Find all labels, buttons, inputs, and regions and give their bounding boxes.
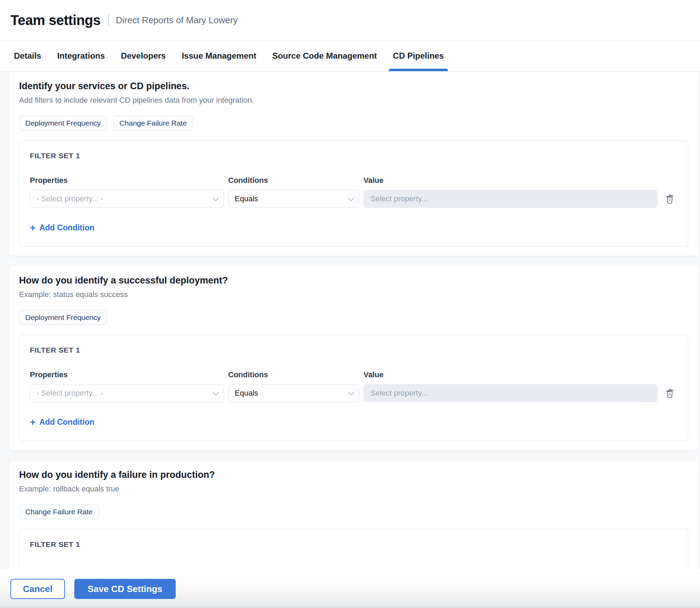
property-select-placeholder: - Select property... - (36, 389, 103, 398)
delete-condition-button[interactable] (662, 192, 677, 206)
metric-chip-row: Change Failure Rate (19, 505, 688, 519)
condition-select-value: Equals (235, 194, 258, 203)
conditions-label: Conditions (228, 370, 359, 379)
trash-icon (665, 193, 675, 205)
filter-set-title: FILTER SET 1 (30, 152, 677, 160)
section-description: Example: status equals success (19, 290, 688, 299)
section-heading: Identify your services or CD pipelines. (19, 81, 688, 92)
plus-icon: + (30, 419, 35, 426)
add-condition-label: Add Condition (39, 223, 94, 233)
value-input[interactable] (364, 190, 658, 208)
page-title: Team settings (10, 12, 101, 28)
metric-chip-row: Deployment Frequency Change Failure Rate (19, 116, 688, 130)
conditions-label: Conditions (228, 176, 359, 185)
section-successful-deployment: How do you identify a successful deploym… (9, 266, 699, 450)
chip-deployment-frequency[interactable]: Deployment Frequency (19, 116, 107, 130)
settings-tab-bar: Details Integrations Developers Issue Ma… (0, 41, 700, 71)
properties-label: Properties (30, 176, 224, 185)
property-select[interactable]: - Select property... - (30, 190, 224, 208)
section-description: Add filters to include relevant CD pipel… (19, 96, 688, 105)
page-subtitle: Direct Reports of Mary Lowery (116, 15, 238, 26)
chip-change-failure-rate[interactable]: Change Failure Rate (113, 116, 193, 130)
trash-icon (665, 387, 675, 399)
cancel-button[interactable]: Cancel (10, 579, 65, 599)
chevron-down-icon (348, 389, 354, 395)
cd-pipelines-panel: Identify your services or CD pipelines. … (0, 71, 700, 597)
section-heading: How do you identify a failure in product… (19, 470, 688, 480)
filter-set-card: FILTER SET 1 Properties Conditions Value… (19, 335, 688, 441)
action-footer: Cancel Save CD Settings (0, 569, 700, 608)
save-cd-settings-button[interactable]: Save CD Settings (74, 579, 175, 599)
add-condition-button[interactable]: + Add Condition (30, 223, 94, 233)
add-condition-label: Add Condition (39, 417, 94, 427)
tab-developers[interactable]: Developers (121, 41, 166, 71)
property-select-placeholder: - Select property... - (36, 194, 103, 203)
tab-source-code-management[interactable]: Source Code Management (272, 41, 377, 71)
section-description: Example: rollback equals true (19, 484, 688, 493)
plus-icon: + (30, 225, 35, 231)
filter-set-title: FILTER SET 1 (30, 540, 677, 549)
chip-deployment-frequency[interactable]: Deployment Frequency (19, 310, 107, 325)
tab-issue-management[interactable]: Issue Management (182, 41, 256, 71)
section-identify-services: Identify your services or CD pipelines. … (9, 72, 699, 256)
filter-set-title: FILTER SET 1 (30, 346, 677, 354)
filter-condition-row: - Select property... - Equals (30, 384, 677, 402)
add-condition-button[interactable]: + Add Condition (30, 417, 94, 427)
chip-change-failure-rate[interactable]: Change Failure Rate (19, 505, 99, 519)
delete-condition-button[interactable] (662, 386, 677, 400)
filter-set-card: FILTER SET 1 Properties Conditions Value… (19, 140, 688, 247)
filter-condition-row: - Select property... - Equals (30, 190, 677, 208)
condition-select[interactable]: Equals (228, 384, 359, 402)
chevron-down-icon (212, 195, 219, 201)
tab-details[interactable]: Details (14, 41, 41, 71)
chevron-down-icon (212, 389, 219, 395)
tab-integrations[interactable]: Integrations (57, 41, 105, 71)
condition-select-value: Equals (235, 389, 258, 398)
section-heading: How do you identify a successful deploym… (19, 275, 688, 286)
metric-chip-row: Deployment Frequency (19, 310, 688, 325)
value-label: Value (364, 176, 658, 185)
condition-select[interactable]: Equals (228, 190, 359, 208)
value-label: Value (364, 370, 658, 379)
page-header: Team settings Direct Reports of Mary Low… (0, 0, 700, 41)
chevron-down-icon (348, 195, 354, 201)
tab-cd-pipelines[interactable]: CD Pipelines (393, 41, 444, 71)
filter-column-labels: Properties Conditions Value (30, 370, 677, 379)
filter-column-labels: Properties Conditions Value (30, 176, 677, 185)
property-select[interactable]: - Select property... - (30, 384, 224, 402)
properties-label: Properties (30, 370, 224, 379)
title-divider (108, 14, 109, 27)
value-input[interactable] (364, 384, 658, 402)
